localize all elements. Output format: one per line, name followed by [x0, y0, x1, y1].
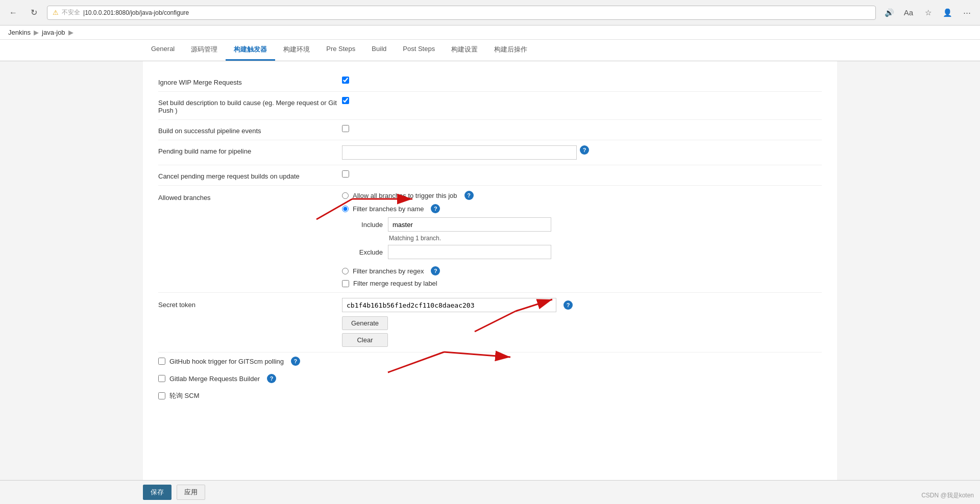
gitlab-merge-row: Gitlab Merge Requests Builder ? — [158, 370, 822, 387]
build-on-success-label: Build on successful pipeline events — [158, 125, 342, 135]
translate-button[interactable]: Aa — [901, 6, 916, 20]
url-text: 10.0.0.201:8080/job/java-job/configure — [85, 9, 189, 16]
breadcrumb-java-job[interactable]: java-job — [42, 29, 65, 36]
include-input[interactable] — [388, 217, 551, 232]
github-hook-checkbox[interactable] — [158, 358, 165, 365]
filter-by-regex-row: Filter branches by regex ? — [342, 266, 440, 275]
address-bar[interactable]: ⚠ 不安全 | 10.0.0.201:8080/job/java-job/con… — [47, 6, 876, 20]
breadcrumb-jenkins[interactable]: Jenkins — [8, 29, 31, 36]
allowed-branches-control: Allow all branches to trigger this job ?… — [342, 191, 822, 287]
gitlab-merge-help-icon[interactable]: ? — [267, 374, 276, 383]
filter-by-name-label[interactable]: Filter branches by name — [353, 205, 424, 213]
filter-merge-label-row: Filter merge request by label — [342, 280, 437, 287]
poll-scm-checkbox[interactable] — [158, 392, 165, 399]
set-build-desc-checkbox[interactable] — [342, 97, 349, 104]
breadcrumb: Jenkins ▶ java-job ▶ — [0, 26, 980, 40]
pending-build-name-row: Pending build name for pipeline ? — [158, 140, 822, 165]
tab-postbuild[interactable]: 构建后操作 — [486, 40, 535, 61]
cancel-pending-control — [342, 170, 822, 178]
pending-build-name-control: ? — [342, 145, 822, 160]
matching-hint: Matching 1 branch. — [389, 235, 832, 242]
tab-trigger[interactable]: 构建触发器 — [226, 40, 275, 61]
refresh-button[interactable]: ↻ — [27, 6, 41, 20]
breadcrumb-sep-2: ▶ — [68, 29, 74, 36]
allow-all-help-icon[interactable]: ? — [464, 191, 474, 200]
read-aloud-button[interactable]: 🔊 — [882, 6, 896, 20]
exclude-input[interactable] — [388, 245, 551, 259]
breadcrumb-sep-1: ▶ — [34, 29, 39, 36]
browser-chrome: ← ↻ ⚠ 不安全 | 10.0.0.201:8080/job/java-job… — [0, 0, 980, 26]
secret-token-help-icon[interactable]: ? — [564, 300, 573, 310]
back-button[interactable]: ← — [6, 6, 20, 20]
ignore-wip-row: Ignore WIP Merge Requests — [158, 71, 822, 92]
cancel-pending-checkbox[interactable] — [342, 170, 349, 178]
save-button[interactable]: 保存 — [143, 485, 172, 500]
generate-button[interactable]: Generate — [342, 316, 388, 330]
github-hook-row: GitHub hook trigger for GITScm polling ? — [158, 352, 822, 370]
user-button[interactable]: 👤 — [940, 6, 954, 20]
filter-by-regex-radio[interactable] — [342, 268, 349, 274]
cancel-pending-label: Cancel pending merge request builds on u… — [158, 170, 342, 180]
allow-all-branches-row: Allow all branches to trigger this job ? — [342, 191, 474, 200]
filter-merge-label[interactable]: Filter merge request by label — [353, 280, 437, 287]
github-hook-help-icon[interactable]: ? — [291, 357, 300, 366]
tab-presteps[interactable]: Pre Steps — [318, 40, 363, 61]
main-content: Ignore WIP Merge Requests Set build desc… — [0, 61, 980, 501]
filter-by-name-help-icon[interactable]: ? — [431, 204, 440, 213]
build-on-success-control — [342, 125, 822, 132]
set-build-desc-control — [342, 97, 822, 104]
secret-token-label: Secret token — [158, 298, 342, 309]
favorite-button[interactable]: ☆ — [921, 6, 935, 20]
allowed-branches-label: Allowed branches — [158, 191, 342, 201]
tab-build[interactable]: Build — [363, 40, 395, 61]
insecure-label: 不安全 — [62, 8, 80, 17]
exclude-row: Exclude — [352, 245, 832, 259]
poll-scm-label[interactable]: 轮询 SCM — [169, 391, 200, 400]
apply-button[interactable]: 应用 — [177, 485, 205, 500]
tab-env[interactable]: 构建环境 — [275, 40, 318, 61]
tab-poststeps[interactable]: Post Steps — [395, 40, 443, 61]
secret-token-control: ? Generate Clear — [342, 298, 822, 347]
secret-token-row: Secret token ? Generate Clear — [158, 293, 822, 352]
set-build-desc-row: Set build description to build cause (eg… — [158, 92, 822, 120]
allow-all-radio[interactable] — [342, 192, 349, 199]
tab-bar: General 源码管理 构建触发器 构建环境 Pre Steps Build … — [0, 40, 980, 61]
tab-settings[interactable]: 构建设置 — [443, 40, 486, 61]
pending-build-name-input[interactable] — [342, 145, 577, 160]
filter-by-regex-help-icon[interactable]: ? — [431, 266, 440, 275]
filter-by-name-radio[interactable] — [342, 206, 349, 212]
clear-button[interactable]: Clear — [342, 333, 388, 347]
secret-token-input[interactable] — [342, 298, 556, 312]
poll-scm-row: 轮询 SCM — [158, 387, 822, 405]
filter-by-name-row: Filter branches by name ? — [342, 204, 440, 213]
cancel-pending-row: Cancel pending merge request builds on u… — [158, 165, 822, 186]
build-on-success-row: Build on successful pipeline events — [158, 120, 822, 140]
build-on-success-checkbox[interactable] — [342, 125, 349, 132]
allow-all-label[interactable]: Allow all branches to trigger this job — [353, 192, 457, 199]
browser-icon-group: 🔊 Aa ☆ 👤 ⋯ — [882, 6, 974, 20]
filter-by-regex-label[interactable]: Filter branches by regex — [353, 267, 424, 275]
tab-source[interactable]: 源码管理 — [183, 40, 226, 61]
tab-general[interactable]: General — [143, 40, 183, 61]
content-inner: Ignore WIP Merge Requests Set build desc… — [143, 61, 837, 501]
set-build-desc-label: Set build description to build cause (eg… — [158, 97, 342, 114]
include-label: Include — [352, 221, 383, 229]
ignore-wip-label: Ignore WIP Merge Requests — [158, 77, 342, 86]
menu-button[interactable]: ⋯ — [960, 6, 974, 20]
bottom-bar: 保存 应用 — [0, 480, 980, 504]
gitlab-merge-label[interactable]: Gitlab Merge Requests Builder — [169, 375, 260, 383]
gitlab-merge-checkbox[interactable] — [158, 375, 165, 382]
ignore-wip-checkbox[interactable] — [342, 77, 349, 84]
filter-merge-checkbox[interactable] — [342, 280, 349, 287]
include-row: Include — [352, 217, 832, 232]
pending-build-name-label: Pending build name for pipeline — [158, 145, 342, 155]
github-hook-label[interactable]: GitHub hook trigger for GITScm polling — [169, 358, 284, 365]
exclude-label: Exclude — [352, 248, 383, 256]
ignore-wip-control — [342, 77, 822, 84]
warning-icon: ⚠ — [53, 9, 59, 16]
filter-sub-section: Include Matching 1 branch. Exclude — [352, 217, 832, 262]
csdn-watermark: CSDN @我是koten — [921, 491, 974, 500]
pending-build-help-icon[interactable]: ? — [580, 145, 589, 155]
allowed-branches-row: Allowed branches Allow all branches to t… — [158, 186, 822, 293]
